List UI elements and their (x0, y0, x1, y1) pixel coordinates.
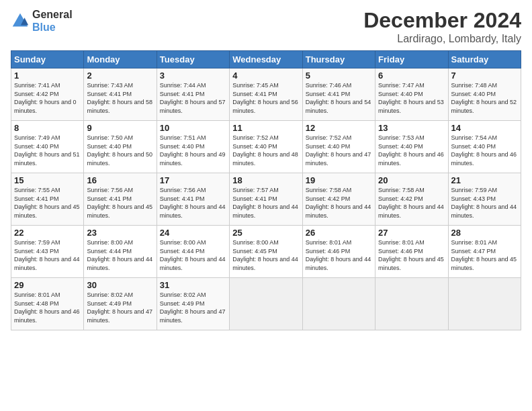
day-number: 3 (160, 71, 226, 81)
calendar-cell: 26Sunrise: 8:01 AM Sunset: 4:46 PM Dayli… (302, 226, 375, 278)
day-info: Sunrise: 7:56 AM Sunset: 4:41 PM Dayligh… (160, 186, 226, 220)
calendar-cell: 16Sunrise: 7:56 AM Sunset: 4:41 PM Dayli… (84, 173, 157, 226)
day-number: 13 (378, 123, 445, 133)
day-number: 29 (14, 280, 81, 290)
calendar-cell: 13Sunrise: 7:53 AM Sunset: 4:40 PM Dayli… (375, 121, 448, 173)
day-info: Sunrise: 7:56 AM Sunset: 4:41 PM Dayligh… (87, 186, 153, 220)
day-number: 7 (451, 71, 518, 81)
calendar-cell: 25Sunrise: 8:00 AM Sunset: 4:45 PM Dayli… (230, 226, 302, 278)
logo-icon (11, 11, 30, 30)
day-info: Sunrise: 8:00 AM Sunset: 4:45 PM Dayligh… (232, 238, 299, 272)
day-number: 14 (451, 123, 518, 133)
calendar-cell: 30Sunrise: 8:02 AM Sunset: 4:49 PM Dayli… (84, 278, 157, 330)
day-number: 31 (160, 280, 226, 290)
calendar-cell: 8Sunrise: 7:49 AM Sunset: 4:40 PM Daylig… (11, 121, 84, 173)
calendar-cell: 31Sunrise: 8:02 AM Sunset: 4:49 PM Dayli… (157, 278, 229, 330)
title-block: December 2024 Lardirago, Lombardy, Italy (363, 8, 521, 45)
calendar-week-4: 29Sunrise: 8:01 AM Sunset: 4:48 PM Dayli… (11, 278, 521, 330)
day-info: Sunrise: 7:52 AM Sunset: 4:40 PM Dayligh… (232, 134, 299, 167)
col-saturday: Saturday (448, 51, 521, 68)
logo-text: General Blue (32, 8, 73, 34)
day-info: Sunrise: 7:52 AM Sunset: 4:40 PM Dayligh… (306, 134, 372, 167)
calendar-cell (448, 278, 521, 330)
calendar-title: December 2024 (363, 8, 521, 33)
calendar-cell: 22Sunrise: 7:59 AM Sunset: 4:43 PM Dayli… (11, 226, 84, 278)
calendar-week-0: 1Sunrise: 7:41 AM Sunset: 4:42 PM Daylig… (11, 68, 521, 121)
header-row-days: Sunday Monday Tuesday Wednesday Thursday… (11, 51, 521, 68)
calendar-subtitle: Lardirago, Lombardy, Italy (363, 33, 521, 45)
day-number: 11 (232, 123, 299, 133)
day-info: Sunrise: 8:01 AM Sunset: 4:46 PM Dayligh… (378, 238, 445, 272)
calendar-cell: 10Sunrise: 7:51 AM Sunset: 4:40 PM Dayli… (157, 121, 229, 173)
col-friday: Friday (375, 51, 448, 68)
col-thursday: Thursday (302, 51, 375, 68)
day-number: 27 (378, 228, 445, 238)
calendar-cell (375, 278, 448, 330)
calendar-cell: 9Sunrise: 7:50 AM Sunset: 4:40 PM Daylig… (84, 121, 157, 173)
day-info: Sunrise: 7:49 AM Sunset: 4:40 PM Dayligh… (14, 134, 81, 167)
calendar-cell: 3Sunrise: 7:44 AM Sunset: 4:41 PM Daylig… (157, 68, 229, 121)
calendar-cell: 18Sunrise: 7:57 AM Sunset: 4:41 PM Dayli… (230, 173, 302, 226)
calendar-week-3: 22Sunrise: 7:59 AM Sunset: 4:43 PM Dayli… (11, 226, 521, 278)
day-info: Sunrise: 8:01 AM Sunset: 4:46 PM Dayligh… (306, 238, 372, 272)
calendar-cell: 27Sunrise: 8:01 AM Sunset: 4:46 PM Dayli… (375, 226, 448, 278)
day-info: Sunrise: 8:01 AM Sunset: 4:48 PM Dayligh… (14, 291, 81, 324)
calendar-cell: 11Sunrise: 7:52 AM Sunset: 4:40 PM Dayli… (230, 121, 302, 173)
calendar-cell: 5Sunrise: 7:46 AM Sunset: 4:41 PM Daylig… (302, 68, 375, 121)
calendar-cell: 12Sunrise: 7:52 AM Sunset: 4:40 PM Dayli… (302, 121, 375, 173)
day-info: Sunrise: 7:44 AM Sunset: 4:41 PM Dayligh… (160, 81, 226, 115)
day-number: 5 (306, 71, 372, 81)
day-info: Sunrise: 7:59 AM Sunset: 4:43 PM Dayligh… (451, 186, 518, 220)
day-info: Sunrise: 8:02 AM Sunset: 4:49 PM Dayligh… (160, 291, 226, 324)
day-number: 20 (378, 175, 445, 185)
day-info: Sunrise: 7:43 AM Sunset: 4:41 PM Dayligh… (87, 81, 153, 115)
day-number: 15 (14, 175, 81, 185)
day-info: Sunrise: 8:00 AM Sunset: 4:44 PM Dayligh… (160, 238, 226, 272)
day-info: Sunrise: 7:54 AM Sunset: 4:40 PM Dayligh… (451, 134, 518, 167)
day-info: Sunrise: 8:01 AM Sunset: 4:47 PM Dayligh… (451, 238, 518, 272)
calendar-cell: 15Sunrise: 7:55 AM Sunset: 4:41 PM Dayli… (11, 173, 84, 226)
calendar-container: General Blue December 2024 Lardirago, Lo… (0, 0, 532, 336)
calendar-week-2: 15Sunrise: 7:55 AM Sunset: 4:41 PM Dayli… (11, 173, 521, 226)
day-info: Sunrise: 7:45 AM Sunset: 4:41 PM Dayligh… (232, 81, 299, 115)
day-number: 2 (87, 71, 153, 81)
day-info: Sunrise: 8:02 AM Sunset: 4:49 PM Dayligh… (87, 291, 153, 324)
col-sunday: Sunday (11, 51, 84, 68)
col-monday: Monday (84, 51, 157, 68)
day-number: 16 (87, 175, 153, 185)
calendar-cell: 7Sunrise: 7:48 AM Sunset: 4:40 PM Daylig… (448, 68, 521, 121)
day-number: 8 (14, 123, 81, 133)
calendar-cell: 17Sunrise: 7:56 AM Sunset: 4:41 PM Dayli… (157, 173, 229, 226)
calendar-table: Sunday Monday Tuesday Wednesday Thursday… (11, 50, 521, 330)
calendar-cell: 20Sunrise: 7:58 AM Sunset: 4:42 PM Dayli… (375, 173, 448, 226)
day-info: Sunrise: 7:50 AM Sunset: 4:40 PM Dayligh… (87, 134, 153, 167)
day-number: 17 (160, 175, 226, 185)
day-number: 4 (232, 71, 299, 81)
header-row: General Blue December 2024 Lardirago, Lo… (11, 8, 521, 45)
day-number: 26 (306, 228, 372, 238)
calendar-cell (302, 278, 375, 330)
day-info: Sunrise: 7:47 AM Sunset: 4:40 PM Dayligh… (378, 81, 445, 115)
day-number: 6 (378, 71, 445, 81)
calendar-cell: 23Sunrise: 8:00 AM Sunset: 4:44 PM Dayli… (84, 226, 157, 278)
day-info: Sunrise: 7:41 AM Sunset: 4:42 PM Dayligh… (14, 81, 81, 115)
day-info: Sunrise: 7:58 AM Sunset: 4:42 PM Dayligh… (378, 186, 445, 220)
logo: General Blue (11, 8, 73, 34)
calendar-cell: 21Sunrise: 7:59 AM Sunset: 4:43 PM Dayli… (448, 173, 521, 226)
calendar-cell: 6Sunrise: 7:47 AM Sunset: 4:40 PM Daylig… (375, 68, 448, 121)
day-info: Sunrise: 7:48 AM Sunset: 4:40 PM Dayligh… (451, 81, 518, 115)
calendar-cell: 28Sunrise: 8:01 AM Sunset: 4:47 PM Dayli… (448, 226, 521, 278)
day-number: 21 (451, 175, 518, 185)
day-info: Sunrise: 7:46 AM Sunset: 4:41 PM Dayligh… (306, 81, 372, 115)
day-number: 28 (451, 228, 518, 238)
day-info: Sunrise: 7:53 AM Sunset: 4:40 PM Dayligh… (378, 134, 445, 167)
day-number: 19 (306, 175, 372, 185)
calendar-cell: 4Sunrise: 7:45 AM Sunset: 4:41 PM Daylig… (230, 68, 302, 121)
calendar-cell: 14Sunrise: 7:54 AM Sunset: 4:40 PM Dayli… (448, 121, 521, 173)
calendar-cell: 2Sunrise: 7:43 AM Sunset: 4:41 PM Daylig… (84, 68, 157, 121)
day-info: Sunrise: 7:55 AM Sunset: 4:41 PM Dayligh… (14, 186, 81, 220)
day-number: 9 (87, 123, 153, 133)
calendar-cell: 1Sunrise: 7:41 AM Sunset: 4:42 PM Daylig… (11, 68, 84, 121)
day-number: 25 (232, 228, 299, 238)
day-info: Sunrise: 7:59 AM Sunset: 4:43 PM Dayligh… (14, 238, 81, 272)
